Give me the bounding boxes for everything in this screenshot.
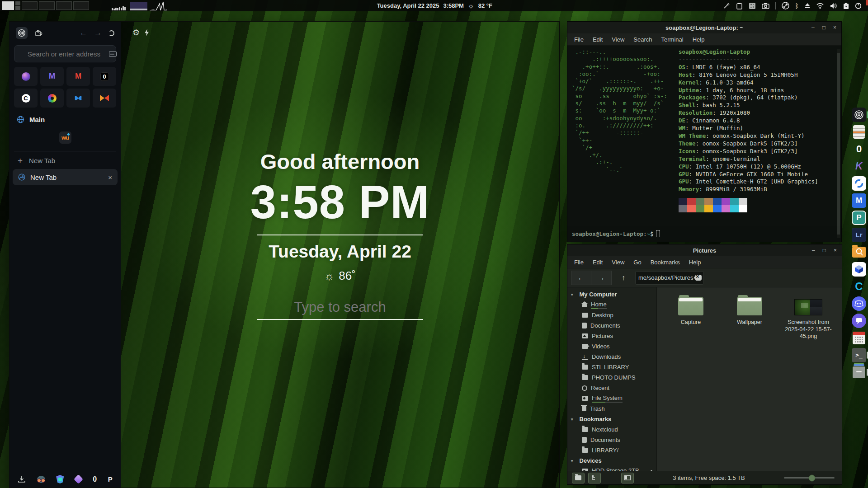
zoom-slider[interactable]: [784, 477, 835, 479]
reload-button[interactable]: [108, 30, 114, 36]
workspace-2[interactable]: [22, 1, 38, 10]
dock-chat-app[interactable]: [851, 313, 867, 328]
dock-cura[interactable]: C: [851, 279, 867, 294]
camera-icon[interactable]: [762, 3, 769, 9]
files-sidebar-row[interactable]: Videos: [567, 341, 656, 352]
terminal-titlebar[interactable]: soapbox@Legion-Laptop: ~ – □ ×: [567, 22, 841, 33]
dock-file-archiver[interactable]: [851, 365, 867, 380]
workspace-4[interactable]: [56, 1, 72, 10]
menu-item[interactable]: File: [570, 258, 588, 267]
menu-item[interactable]: Terminal: [657, 35, 688, 44]
dock-photopea[interactable]: P: [851, 210, 867, 225]
tab-close-icon[interactable]: ×: [108, 174, 112, 181]
dock-terminal[interactable]: >_: [851, 347, 867, 362]
close-button[interactable]: ×: [833, 24, 836, 31]
dock-file-search[interactable]: [851, 244, 867, 259]
power-bolt-icon[interactable]: [144, 29, 149, 36]
dock-discord[interactable]: [851, 296, 867, 311]
color-picker-icon[interactable]: [723, 2, 730, 9]
address-bar[interactable]: [14, 45, 116, 62]
back-button[interactable]: ←: [571, 271, 591, 285]
clipboard-icon[interactable]: [736, 2, 743, 9]
steam-icon[interactable]: [782, 2, 789, 9]
files-sidebar-row[interactable]: Devices: [567, 455, 656, 466]
menu-item[interactable]: File: [570, 35, 588, 44]
up-button[interactable]: ↑: [615, 271, 632, 285]
volume-icon[interactable]: [830, 3, 837, 9]
dock-news-reader[interactable]: [851, 124, 867, 139]
pinned-tab-weather-underground[interactable]: wu: [59, 131, 71, 144]
files-sidebar-row[interactable]: Pictures: [567, 331, 656, 341]
path-input[interactable]: [638, 274, 694, 281]
minimize-button[interactable]: –: [812, 247, 815, 253]
dock-slicer-3d[interactable]: [851, 262, 867, 277]
browser-menu-button[interactable]: [16, 27, 28, 39]
vpn-shield-icon[interactable]: [56, 475, 64, 483]
terminal-body[interactable]: .-::---.. .:++++ooooosssoo:. .+o++::. .:…: [567, 46, 841, 242]
workspace-5[interactable]: [73, 1, 89, 10]
files-sidebar-row[interactable]: File System: [567, 393, 656, 404]
files-sidebar-row[interactable]: Documents: [567, 435, 656, 445]
forward-button[interactable]: →: [94, 28, 102, 38]
maximize-button[interactable]: □: [822, 24, 826, 31]
toggle-sidebar-button[interactable]: [621, 473, 634, 483]
files-content[interactable]: Capture Wallpaper Screenshot from 2025-0…: [657, 287, 842, 471]
workspace-3[interactable]: [39, 1, 55, 10]
files-sidebar-row[interactable]: Home: [567, 300, 656, 310]
close-button[interactable]: ×: [834, 247, 837, 253]
keyboard-icon[interactable]: [109, 51, 117, 57]
files-sidebar-row[interactable]: My Computer: [567, 289, 656, 300]
dock-wave-monitor[interactable]: M: [851, 193, 867, 208]
icon-view-button[interactable]: [572, 473, 585, 483]
shortcut-gmail[interactable]: M: [66, 67, 90, 86]
p-extension-icon[interactable]: P: [108, 475, 113, 483]
dock-lightroom[interactable]: Lr: [851, 227, 867, 242]
menu-item[interactable]: Edit: [589, 258, 607, 267]
shortcut-zero-app[interactable]: 0: [93, 67, 116, 86]
files-titlebar[interactable]: Pictures – □ ×: [567, 244, 842, 256]
menu-item[interactable]: View: [608, 35, 628, 44]
wifi-icon[interactable]: [816, 3, 824, 9]
system-monitor-applet[interactable]: [111, 1, 167, 10]
path-bar[interactable]: [635, 271, 704, 285]
file-item[interactable]: Screenshot from 2025-04-22 15-57-45.png: [779, 295, 838, 340]
menu-item[interactable]: Search: [629, 35, 656, 44]
power-icon[interactable]: [855, 2, 862, 9]
gem-extension-icon[interactable]: [74, 474, 83, 484]
page-settings-gear-icon[interactable]: ⚙: [132, 28, 140, 38]
downloads-icon[interactable]: [18, 475, 26, 483]
workspace-switcher[interactable]: [2, 1, 89, 10]
menu-item[interactable]: Help: [689, 35, 709, 44]
files-sidebar-row[interactable]: Documents: [567, 320, 656, 331]
shortcut-bluesky[interactable]: [66, 89, 90, 108]
extensions-puzzle-icon[interactable]: [34, 29, 42, 37]
minimize-button[interactable]: –: [811, 24, 815, 31]
terminal-scrollbar[interactable]: [837, 49, 840, 238]
back-button[interactable]: ←: [80, 28, 87, 38]
address-input[interactable]: [19, 50, 109, 58]
forward-button[interactable]: →: [591, 271, 612, 285]
calculator-icon[interactable]: [749, 2, 756, 9]
new-tab-button[interactable]: + New Tab: [18, 157, 113, 164]
zero-extension-icon[interactable]: 0: [93, 475, 97, 483]
files-sidebar-row[interactable]: HDD Storage 2TB: [567, 466, 656, 471]
files-sidebar-row[interactable]: LIBRARY/: [567, 445, 656, 455]
shortcut-proton-mail[interactable]: M: [40, 67, 64, 86]
dock-zen-browser[interactable]: [851, 107, 867, 122]
files-sidebar-row[interactable]: Recent: [567, 383, 656, 393]
file-item[interactable]: Capture: [661, 295, 720, 326]
menu-item[interactable]: Bookmarks: [646, 258, 684, 267]
workspace-active[interactable]: [2, 1, 14, 10]
battery-icon[interactable]: [843, 2, 849, 9]
menu-item[interactable]: Go: [629, 258, 645, 267]
menu-item[interactable]: View: [608, 258, 628, 267]
maximize-button[interactable]: □: [823, 247, 826, 253]
dock-zero-app[interactable]: 0: [851, 141, 867, 156]
file-item[interactable]: Wallpaper: [720, 295, 779, 326]
files-sidebar-row[interactable]: Downloads: [567, 352, 656, 362]
dock-sync-browser[interactable]: [851, 176, 867, 191]
shortcut-sphere-social[interactable]: [14, 67, 38, 86]
shortcut-pinwheel[interactable]: [40, 89, 64, 108]
zoom-slider-knob[interactable]: [808, 474, 815, 481]
panel-clock[interactable]: Tuesday, April 22 2025 3:58PM ☼ 82 °F: [377, 0, 492, 11]
